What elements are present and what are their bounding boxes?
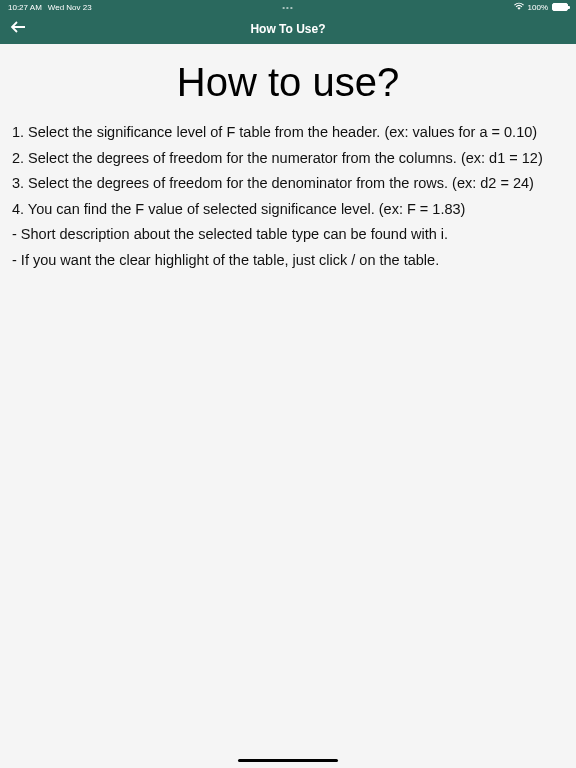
instruction-1: 1. Select the significance level of F ta… [12,123,564,143]
status-left: 10:27 AM Wed Nov 23 [8,3,92,12]
wifi-icon [514,2,524,12]
instruction-5: - Short description about the selected t… [12,225,564,245]
battery-percent: 100% [528,3,548,12]
instruction-3: 3. Select the degrees of freedom for the… [12,174,564,194]
status-center-dots: ••• [282,3,293,12]
instruction-2: 2. Select the degrees of freedom for the… [12,149,564,169]
instruction-4: 4. You can find the F value of selected … [12,200,564,220]
status-time: 10:27 AM [8,3,42,12]
battery-icon [552,3,568,11]
status-bar: 10:27 AM Wed Nov 23 ••• 100% [0,0,576,14]
nav-bar: How To Use? [0,14,576,44]
status-date: Wed Nov 23 [48,3,92,12]
status-right: 100% [514,2,568,12]
home-indicator[interactable] [238,759,338,762]
back-button[interactable] [10,20,26,38]
content: How to use? 1. Select the significance l… [0,44,576,288]
nav-title: How To Use? [250,22,325,36]
instruction-6: - If you want the clear highlight of the… [12,251,564,271]
page-title: How to use? [12,60,564,105]
